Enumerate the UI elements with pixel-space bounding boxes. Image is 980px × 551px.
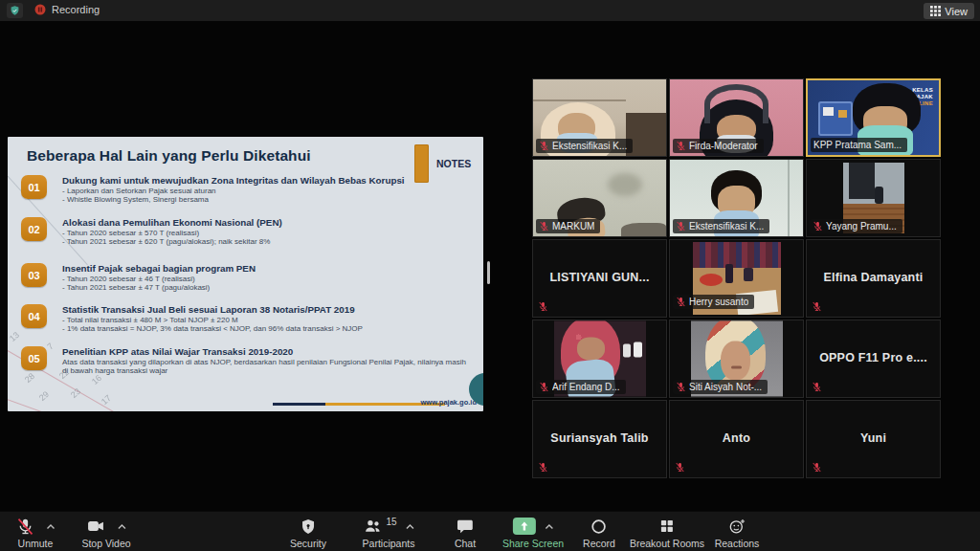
person-face	[577, 338, 605, 361]
record-icon	[590, 518, 608, 536]
chat-button[interactable]: Chat	[455, 516, 476, 549]
participant-name: Ekstensifikasi K...	[689, 221, 764, 231]
muted-mic-icon	[538, 301, 548, 312]
participant-tile-anto[interactable]: Anto	[669, 400, 804, 478]
participant-name: Elfina Damayanti	[807, 271, 940, 284]
video-options-chevron[interactable]	[118, 523, 127, 530]
item-line: - Tahun 2021 sebesar ± 620 T (pagu/aloka…	[62, 237, 282, 247]
unmute-options-chevron[interactable]	[46, 523, 56, 530]
notes-label: NOTES	[436, 158, 471, 169]
participants-button[interactable]: 15 Participants	[362, 516, 414, 549]
unmute-label: Unmute	[18, 538, 54, 549]
participant-tile-herry[interactable]: Herry susanto	[669, 239, 804, 318]
item-number-badge: 01	[21, 175, 47, 199]
decor-shape	[533, 99, 626, 101]
slide-item-2: 02 Alokasi dana Pemulihan Ekonomi Nasion…	[21, 217, 466, 247]
participant-name: Yuni	[807, 431, 940, 445]
participants-options-chevron[interactable]	[406, 523, 415, 530]
stamp	[744, 268, 753, 281]
item-line: - Tahun 2020 sebesar ± 46 T (realisasi)	[62, 275, 256, 284]
participant-name: Firda-Moderator	[689, 141, 758, 151]
item-line: - Tahun 2020 sebesar ± 570 T (realisasi)	[62, 229, 282, 238]
participant-name: OPPO F11 Pro e....	[807, 351, 940, 364]
muted-mic-icon	[812, 301, 822, 312]
participant-name-tag: KPP Pratama Sam...	[811, 138, 907, 152]
poster-shape	[838, 110, 848, 118]
muted-mic-icon	[676, 221, 686, 231]
slide-item-5: 05 Penelitian KPP atas Nilai Wajar Trans…	[21, 346, 466, 376]
breakout-rooms-button[interactable]: Breakout Rooms	[630, 516, 704, 549]
item-heading: Dukung kami untuk mewujudkan Zona Integr…	[62, 175, 405, 187]
participant-tile-yayang[interactable]: Yayang Pramu...	[806, 159, 941, 237]
meeting-top-bar: Recording View	[0, 0, 980, 21]
virtual-bg-text: KELAS	[912, 87, 933, 94]
participant-tile-ekstensifikasi-2[interactable]: Ekstensifikasi K...	[669, 159, 804, 237]
decor-shape	[693, 242, 781, 268]
video-camera-icon	[86, 517, 107, 536]
shared-screen-slide[interactable]: 13 7 28 22 16 29 23 17 Beberapa Hal Lain…	[8, 137, 483, 411]
participant-tile-kpp-pratama[interactable]: KELAS PAJAK ONLINE KPP Pratama Sam...	[806, 78, 941, 157]
item-heading: Insentif Pajak sebagai bagian program PE…	[62, 263, 256, 275]
decor-shape	[788, 160, 790, 236]
slide-decor-number: 29	[37, 389, 51, 403]
participant-tile-elfina[interactable]: Elfina Damayanti	[806, 239, 941, 318]
participant-name-tag: Ekstensifikasi K...	[673, 219, 769, 233]
participant-tile-oppo[interactable]: OPPO F11 Pro e....	[806, 320, 941, 398]
share-screen-button[interactable]: Share Screen	[502, 516, 564, 549]
participant-name-tag: Siti Aisyah Not-...	[673, 380, 768, 394]
participant-tile-firda-moderator[interactable]: Firda-Moderator	[669, 78, 804, 157]
decor-shape	[849, 163, 875, 199]
security-shield-icon	[300, 518, 317, 536]
participant-tile-listiyani[interactable]: LISTIYANI GUN...	[532, 239, 667, 318]
unmute-button[interactable]: Unmute	[15, 516, 56, 549]
item-line: - Laporkan dan Setorkan Pajak sesuai atu…	[62, 187, 405, 196]
participant-name-tag: Ekstensifikasi K...	[536, 139, 633, 153]
muted-mic-icon	[538, 462, 548, 473]
meeting-toolbar: Unmute Stop Video Security 15 Participan…	[0, 511, 980, 551]
reactions-icon	[726, 517, 746, 536]
slide-title: Beberapa Hal Lain yang Perlu Diketahui	[27, 147, 311, 165]
share-screen-label: Share Screen	[502, 538, 564, 549]
item-line: - Total nilai transaksi ± 480 M > Total …	[62, 316, 363, 325]
reactions-label: Reactions	[715, 538, 760, 549]
reactions-button[interactable]: Reactions	[715, 516, 760, 549]
slide-footer-bar-navy	[273, 403, 325, 406]
participant-name: Yayang Pramu...	[826, 221, 897, 231]
participant-tile-arif-endang[interactable]: Arif Endang D...	[532, 320, 667, 398]
slide-item-1: 01 Dukung kami untuk mewujudkan Zona Int…	[21, 175, 466, 205]
participant-grid: Ekstensifikasi K... Firda-Moderator	[532, 78, 941, 478]
participant-name-tag: Firda-Moderator	[673, 139, 764, 153]
participant-tile-yuni[interactable]: Yuni	[806, 400, 941, 478]
security-button[interactable]: Security	[290, 516, 326, 549]
participant-tile-siti-aisyah[interactable]: Siti Aisyah Not-...	[669, 320, 804, 398]
item-line: - Tahun 2021 sebesar ± 47 T (pagu/alokas…	[62, 283, 256, 293]
scrollbar-thumb[interactable]	[487, 261, 490, 284]
participant-tile-suriansyah[interactable]: Suriansyah Talib	[532, 400, 667, 478]
participant-tile-markum[interactable]: MARKUM	[532, 159, 667, 237]
grid-view-icon	[930, 6, 941, 16]
participant-name-tag: Yayang Pramu...	[810, 219, 902, 233]
participant-name: Herry susanto	[689, 297, 748, 307]
record-button[interactable]: Record	[583, 516, 615, 549]
muted-mic-icon	[539, 382, 549, 392]
participant-name-tag: Arif Endang D...	[536, 380, 626, 394]
slide-item-4: 04 Statistik Transaksi Jual Beli sesuai …	[21, 304, 466, 334]
muted-mic-icon	[676, 297, 686, 307]
view-button[interactable]: View	[924, 3, 974, 19]
person-face	[721, 341, 750, 380]
participant-name: Suriansyah Talib	[533, 431, 666, 445]
participants-label: Participants	[363, 538, 415, 549]
participant-tile-ekstensifikasi-1[interactable]: Ekstensifikasi K...	[532, 78, 667, 157]
chat-label: Chat	[455, 538, 476, 549]
recording-indicator[interactable]: Recording	[34, 4, 100, 15]
recording-icon	[34, 4, 46, 15]
decor-shape	[608, 173, 642, 196]
muted-mic-icon	[539, 221, 549, 231]
stop-video-button[interactable]: Stop Video	[81, 516, 130, 549]
item-line: Atas data transaksi yang dilaporkan di a…	[62, 358, 466, 377]
share-options-chevron[interactable]	[545, 523, 554, 530]
zoom-meeting-window: Recording View 13 7 28 22 16 29 23 17 Be…	[0, 0, 980, 551]
person-shoulder	[621, 223, 666, 237]
encryption-shield-icon[interactable]	[7, 3, 23, 18]
security-label: Security	[290, 538, 326, 549]
